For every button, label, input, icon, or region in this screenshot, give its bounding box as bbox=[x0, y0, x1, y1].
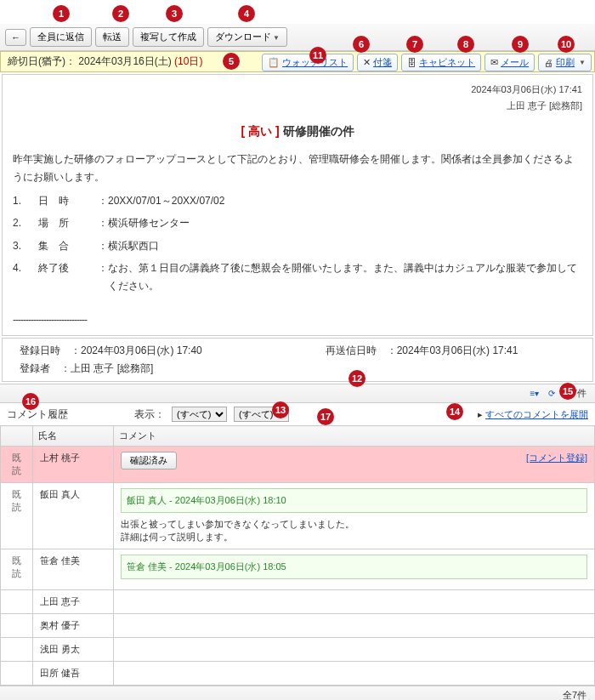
table-row: 田所 健吾 bbox=[1, 662, 595, 686]
table-row: 奥村 優子 bbox=[1, 614, 595, 638]
status-cell: 既読 bbox=[1, 483, 33, 549]
total-count: 全7件 bbox=[563, 387, 586, 400]
name-cell: 浅田 勇太 bbox=[33, 638, 114, 662]
comment-block: 笹倉 佳美 - 2024年03月06日(水) 18:05 bbox=[121, 555, 587, 579]
comment-header: コメント履歴 表示： (すべて) (すべて) ▸ すべてのコメントを展開 bbox=[0, 403, 595, 425]
name-cell: 奥村 優子 bbox=[33, 614, 114, 638]
resent-datetime: 2024年03月06日(水) 17:41 bbox=[397, 344, 518, 356]
back-button[interactable]: ← bbox=[5, 29, 26, 46]
comment-timestamp: - 2024年03月06日(水) 18:10 bbox=[167, 495, 286, 505]
comment-block: 飯田 真人 - 2024年03月06日(水) 18:10 bbox=[121, 488, 587, 513]
col-name: 氏名 bbox=[33, 426, 114, 447]
comment-history-label: コメント履歴 bbox=[7, 407, 68, 422]
expand-all-link[interactable]: すべてのコメントを展開 bbox=[485, 409, 588, 419]
watchlist-link[interactable]: 📋ウォッチリスト bbox=[262, 54, 354, 71]
reply-all-button[interactable]: 全員に返信 bbox=[30, 27, 92, 47]
name-cell: 田所 健吾 bbox=[33, 662, 114, 686]
col-comment: コメント bbox=[114, 426, 595, 447]
refresh-icon[interactable]: ⟳ bbox=[546, 388, 558, 400]
table-row: 既読 笹倉 佳美 笹倉 佳美 - 2024年03月06日(水) 18:05 bbox=[1, 549, 595, 590]
message-sender: 上田 恵子 [総務部] bbox=[13, 98, 582, 114]
priority-label: [ 高い ] bbox=[241, 124, 280, 138]
name-cell: 笹倉 佳美 bbox=[33, 549, 114, 590]
status-cell: 既読 bbox=[1, 447, 33, 483]
col-status bbox=[1, 426, 33, 447]
show-label: 表示： bbox=[134, 407, 165, 422]
comment-text: 詳細は伺って説明します。 bbox=[121, 531, 587, 543]
forward-button[interactable]: 転送 bbox=[95, 27, 129, 47]
filter-select-2[interactable]: (すべて) bbox=[234, 407, 289, 422]
table-row: 既読 飯田 真人 飯田 真人 - 2024年03月06日(水) 18:10 出張… bbox=[1, 483, 595, 549]
deadline-label: 締切日(猶予)： bbox=[8, 55, 76, 67]
filter-select-1[interactable]: (すべて) bbox=[172, 407, 227, 422]
comment-text: 出張と被ってしまい参加できなくなってしまいました。 bbox=[121, 518, 587, 531]
registration-info: 登録日時 ：2024年03月06日(水) 17:40 再送信日時 ：2024年0… bbox=[2, 338, 593, 382]
mail-link[interactable]: ✉メール bbox=[484, 54, 535, 71]
deadline-remaining: (10日) bbox=[174, 55, 202, 67]
comments-table: 氏名 コメント 既読 上村 桃子 確認済み [コメント登録] 既読 飯田 真人 … bbox=[0, 425, 595, 686]
comment-author: 飯田 真人 bbox=[127, 495, 167, 505]
expand-arrow-icon: ▸ bbox=[478, 409, 485, 419]
copy-create-button[interactable]: 複写して作成 bbox=[133, 27, 204, 47]
table-row: 浅田 勇太 bbox=[1, 638, 595, 662]
menu-icon[interactable]: ≡▾ bbox=[529, 388, 541, 400]
comment-author: 笹倉 佳美 bbox=[127, 561, 167, 572]
total-count: 全7件 bbox=[563, 689, 586, 700]
dropdown-icon: ▼ bbox=[579, 59, 586, 66]
message-body: 2024年03月06日(水) 17:41 上田 恵子 [総務部] [ 高い ] … bbox=[2, 74, 593, 336]
count-bar-bottom: 全7件 bbox=[0, 686, 595, 700]
separator-dashes: ----------------------------- bbox=[13, 311, 582, 328]
download-button[interactable]: ダウンロード▼ bbox=[207, 27, 287, 47]
top-toolbar: ← 全員に返信 転送 複写して作成 ダウンロード▼ bbox=[0, 24, 595, 51]
name-cell: 上田 恵子 bbox=[33, 590, 114, 614]
print-link[interactable]: 🖨印刷▼ bbox=[538, 54, 592, 71]
name-cell: 飯田 真人 bbox=[33, 483, 114, 549]
table-row: 既読 上村 桃子 確認済み [コメント登録] bbox=[1, 447, 595, 483]
action-links-row: 📋ウォッチリスト ✕付箋 🗄キャビネット ✉メール 🖨印刷▼ bbox=[262, 54, 592, 71]
mail-icon: ✉ bbox=[490, 57, 498, 68]
cabinet-icon: 🗄 bbox=[407, 58, 416, 68]
count-bar: ≡▾ ⟳ 全7件 bbox=[0, 384, 595, 403]
detail-list: 1.日 時：20XX/07/01～20XX/07/02 2.場 所：横浜研修セン… bbox=[13, 192, 582, 294]
message-title: 研修開催の件 bbox=[283, 124, 354, 138]
table-row: 上田 恵子 bbox=[1, 590, 595, 614]
comment-register-link[interactable]: [コメント登録] bbox=[526, 452, 587, 463]
message-intro: 昨年実施した研修のフォローアップコースとして下記のとおり、管理職研修会を開催しま… bbox=[13, 151, 582, 185]
status-cell: 既読 bbox=[1, 549, 33, 590]
cabinet-link[interactable]: 🗄キャビネット bbox=[401, 54, 481, 71]
print-icon: 🖨 bbox=[544, 58, 553, 68]
list-icon: 📋 bbox=[268, 57, 280, 68]
tag-icon: ✕ bbox=[363, 57, 371, 68]
deadline-date: 2024年03月16日(土) bbox=[78, 55, 171, 67]
comment-timestamp: - 2024年03月06日(水) 18:05 bbox=[167, 561, 286, 572]
registered-datetime: 2024年03月06日(水) 17:40 bbox=[81, 344, 202, 356]
confirm-button[interactable]: 確認済み bbox=[121, 452, 177, 470]
message-datetime: 2024年03月06日(水) 17:41 bbox=[13, 82, 582, 98]
name-cell: 上村 桃子 bbox=[33, 447, 114, 483]
registered-by: 上田 恵子 [総務部] bbox=[71, 362, 153, 374]
fusen-link[interactable]: ✕付箋 bbox=[357, 54, 398, 71]
dropdown-icon: ▼ bbox=[273, 34, 280, 42]
